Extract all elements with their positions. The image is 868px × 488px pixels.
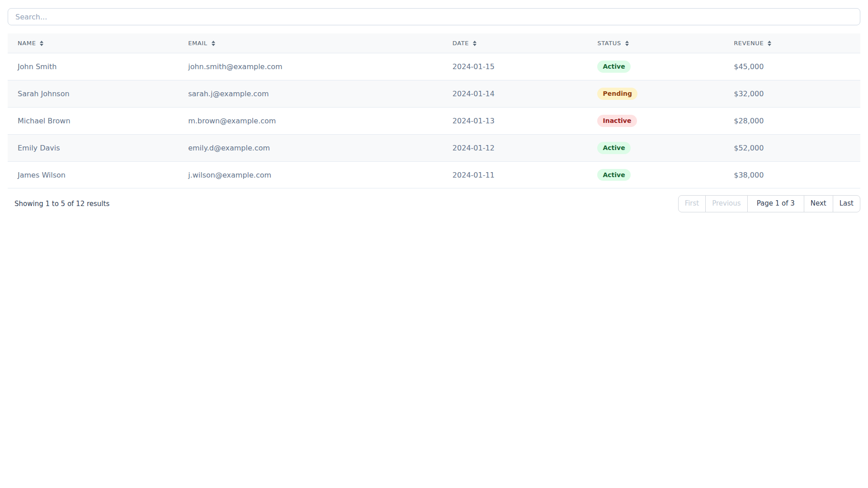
- cell-status: Active: [587, 161, 724, 188]
- cell-name: Emily Davis: [8, 134, 178, 161]
- status-badge: Inactive: [597, 115, 637, 127]
- cell-revenue: $38,000: [724, 161, 860, 188]
- table-footer: Showing 1 to 5 of 12 results First Previ…: [8, 195, 860, 212]
- last-page-button[interactable]: Last: [833, 195, 860, 212]
- pagination: First Previous Page 1 of 3 Next Last: [678, 195, 860, 212]
- status-badge: Active: [597, 169, 630, 181]
- sort-icon: [473, 41, 476, 46]
- cell-revenue: $52,000: [724, 134, 860, 161]
- column-header-label: DATE: [453, 40, 469, 47]
- table-row: John Smith john.smith@example.com 2024-0…: [8, 53, 860, 80]
- table-row: Sarah Johnson sarah.j@example.com 2024-0…: [8, 80, 860, 107]
- sort-icon: [768, 41, 771, 46]
- cell-date: 2024-01-11: [443, 161, 588, 188]
- sort-icon: [40, 41, 43, 46]
- page-indicator: Page 1 of 3: [747, 195, 804, 212]
- cell-revenue: $32,000: [724, 80, 860, 107]
- column-header-name[interactable]: NAME: [8, 33, 178, 53]
- column-header-label: EMAIL: [188, 40, 207, 47]
- next-page-button[interactable]: Next: [804, 195, 833, 212]
- cell-date: 2024-01-12: [443, 134, 588, 161]
- sort-icon: [212, 41, 215, 46]
- cell-email: j.wilson@example.com: [178, 161, 443, 188]
- table-row: Michael Brown m.brown@example.com 2024-0…: [8, 107, 860, 134]
- column-header-status[interactable]: STATUS: [587, 33, 724, 53]
- page-container: NAME EMAIL DATE STATUS REVENUE John Smit…: [0, 0, 868, 212]
- cell-date: 2024-01-13: [443, 107, 588, 134]
- cell-name: Michael Brown: [8, 107, 178, 134]
- cell-email: emily.d@example.com: [178, 134, 443, 161]
- cell-email: john.smith@example.com: [178, 53, 443, 80]
- previous-page-button[interactable]: Previous: [705, 195, 747, 212]
- status-badge: Active: [597, 61, 630, 73]
- cell-status: Active: [587, 53, 724, 80]
- cell-name: Sarah Johnson: [8, 80, 178, 107]
- cell-name: James Wilson: [8, 161, 178, 188]
- cell-revenue: $28,000: [724, 107, 860, 134]
- sort-icon: [625, 41, 629, 46]
- first-page-button[interactable]: First: [678, 195, 706, 212]
- cell-status: Pending: [587, 80, 724, 107]
- cell-email: m.brown@example.com: [178, 107, 443, 134]
- status-badge: Active: [597, 142, 630, 154]
- table-row: Emily Davis emily.d@example.com 2024-01-…: [8, 134, 860, 161]
- column-header-date[interactable]: DATE: [443, 33, 588, 53]
- cell-date: 2024-01-14: [443, 80, 588, 107]
- data-table: NAME EMAIL DATE STATUS REVENUE John Smit…: [8, 33, 860, 188]
- cell-name: John Smith: [8, 53, 178, 80]
- results-summary: Showing 1 to 5 of 12 results: [8, 200, 109, 208]
- table-header-row: NAME EMAIL DATE STATUS REVENUE: [8, 33, 860, 53]
- table-header: NAME EMAIL DATE STATUS REVENUE: [8, 33, 860, 53]
- table-body: John Smith john.smith@example.com 2024-0…: [8, 53, 860, 188]
- cell-email: sarah.j@example.com: [178, 80, 443, 107]
- cell-status: Active: [587, 134, 724, 161]
- search-input[interactable]: [8, 8, 860, 25]
- column-header-label: NAME: [18, 40, 36, 47]
- column-header-label: STATUS: [597, 40, 621, 47]
- status-badge: Pending: [597, 88, 637, 100]
- column-header-revenue[interactable]: REVENUE: [724, 33, 860, 53]
- column-header-email[interactable]: EMAIL: [178, 33, 443, 53]
- table-row: James Wilson j.wilson@example.com 2024-0…: [8, 161, 860, 188]
- cell-date: 2024-01-15: [443, 53, 588, 80]
- column-header-label: REVENUE: [734, 40, 764, 47]
- cell-revenue: $45,000: [724, 53, 860, 80]
- cell-status: Inactive: [587, 107, 724, 134]
